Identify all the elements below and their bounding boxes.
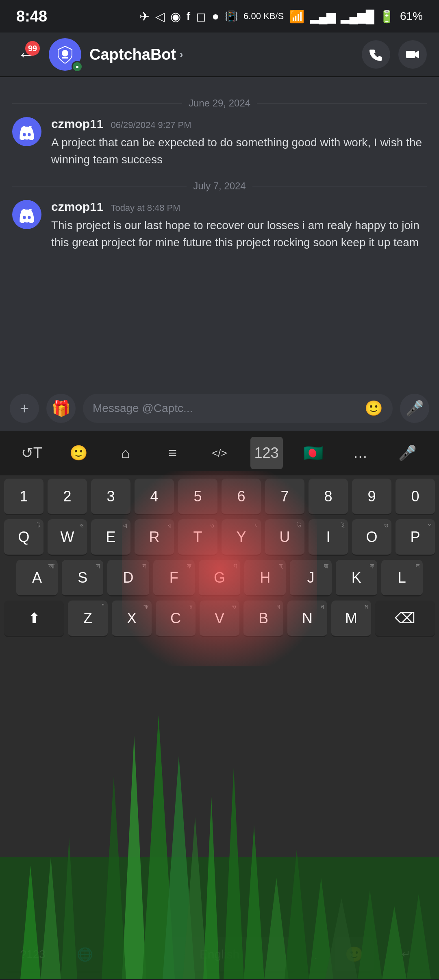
key-globe[interactable]: 🌐 [66,937,104,973]
signal-bars-2: ▂▄▆█ [341,9,374,24]
key-w[interactable]: ওW [48,519,87,556]
user-avatar-2 [12,200,41,229]
sub-l: ল [416,562,419,570]
sub-i: ই [341,521,345,530]
key-3[interactable]: 3 [91,479,130,515]
key-9[interactable]: 9 [352,479,391,515]
key-d[interactable]: দD [107,560,149,596]
shift-key[interactable]: ⬆ [4,601,64,637]
bluetooth-icon: ◉ [170,9,181,24]
sub-p: প [428,521,432,530]
sub-u: উ [297,521,301,530]
emoji-button[interactable]: 🙂 [365,400,383,417]
key-e[interactable]: এE [91,519,130,556]
sub-k: ক [370,562,374,570]
svg-marker-3 [415,50,419,59]
kb-tool-refresh[interactable]: ↺T [15,437,48,469]
key-1[interactable]: 1 [4,479,43,515]
mic-button[interactable]: 🎤 [400,394,429,423]
key-f[interactable]: ফF [153,560,195,596]
key-4[interactable]: 4 [135,479,174,515]
sub-v: ভ [232,603,236,611]
key-m[interactable]: মM [331,601,371,637]
battery-icon: 🔋 [379,9,394,24]
back-button[interactable]: ← 99 [12,40,41,69]
sub-j: জ [324,562,328,570]
key-k[interactable]: কK [336,560,377,596]
key-8[interactable]: 8 [309,479,348,515]
key-u[interactable]: উU [265,519,304,556]
keyboard-toolbar: ↺T 🙂 ⌂ ≡ </> 123 🇧🇩 … 🎤 [0,431,439,475]
key-7[interactable]: 7 [265,479,304,515]
key-o[interactable]: ওO [352,519,391,556]
sub-y: য [254,521,258,530]
key-0[interactable]: 0 [396,479,435,515]
sub-e: এ [123,521,127,530]
sub-m: ম [365,603,368,611]
key-p[interactable]: পP [396,519,435,556]
sub-x: ক্ষ [143,603,148,611]
divider-line-left [12,103,182,104]
key-a[interactable]: আA [16,560,58,596]
kb-tool-more[interactable]: … [344,437,377,469]
sub-w: ও [80,521,84,530]
key-t[interactable]: তT [178,519,217,556]
key-special-123[interactable]: ?123 [4,937,62,973]
key-x[interactable]: ক্ষX [112,601,152,637]
key-j[interactable]: জJ [290,560,331,596]
message-input-field[interactable]: Message @Captc... 🙂 [83,394,393,423]
key-2[interactable]: 2 [48,479,87,515]
kb-tool-mic[interactable]: 🎤 [391,437,424,469]
key-v[interactable]: ভV [200,601,239,637]
key-q[interactable]: টQ [4,519,43,556]
sub-q: ট [37,521,40,530]
message-row-1: czmop11 06/29/2024 9:27 PM A project tha… [12,117,427,168]
kb-tool-flag[interactable]: 🇧🇩 [297,437,330,469]
discord-logo-icon-1 [18,123,35,140]
keyboard-rows: 1 2 3 4 5 6 7 8 9 0 টQ ওW এE রR তT যY উU… [0,475,439,930]
sub-n: ন [321,603,324,611]
key-c[interactable]: চC [156,601,196,637]
key-y[interactable]: যY [222,519,261,556]
kb-tool-home[interactable]: ⌂ [109,437,142,469]
key-s[interactable]: সS [62,560,103,596]
mic-icon: 🎤 [406,400,424,417]
svg-rect-2 [406,51,415,58]
key-6[interactable]: 6 [222,479,261,515]
divider-line-right [257,103,427,104]
status-icons: ✈ ◁ ◉ f ◻ ● 📳 6.00 KB/S 📶 ▂▄▆ ▂▄▆█ 🔋 61% [139,9,423,24]
user-avatar-1 [12,117,41,146]
message-row-2: czmop11 Today at 8:48 PM This project is… [12,200,427,251]
key-b[interactable]: বB [243,601,283,637]
key-r[interactable]: রR [135,519,174,556]
key-n[interactable]: নN [287,601,327,637]
kb-tool-123[interactable]: 123 [250,437,283,469]
numbers-icon: 123 [254,444,278,462]
space-label: English [200,947,239,961]
kb-tool-clipboard[interactable]: ≡ [156,437,189,469]
key-period[interactable]: . [300,937,331,973]
key-space[interactable]: English [143,937,296,973]
call-button[interactable] [362,40,390,69]
key-comma[interactable]: , [108,937,139,973]
gift-icon: 🎁 [52,399,71,417]
gift-button[interactable]: 🎁 [46,394,76,423]
key-g[interactable]: গG [199,560,240,596]
plus-icon: + [20,400,29,417]
kb-tool-emoji[interactable]: 🙂 [62,437,95,469]
key-z[interactable]: "Z [68,601,108,637]
plus-button[interactable]: + [10,394,39,423]
home-icon: ⌂ [121,444,130,462]
key-enter[interactable]: ↵ [378,937,435,973]
message-header-2: czmop11 Today at 8:48 PM [51,200,427,214]
video-call-button[interactable] [398,40,427,69]
kb-row-asdf: আA সS দD ফF গG হH জJ কK লL [4,560,435,596]
key-5[interactable]: 5 [178,479,217,515]
kb-tool-code[interactable]: </> [203,437,236,469]
backspace-key[interactable]: ⌫ [375,601,435,637]
header-title[interactable]: CaptchaBot › [89,46,354,63]
key-h[interactable]: হH [244,560,286,596]
key-emoji-bottom[interactable]: 🙂 [335,937,373,973]
key-i[interactable]: ইI [309,519,348,556]
key-l[interactable]: লL [381,560,423,596]
